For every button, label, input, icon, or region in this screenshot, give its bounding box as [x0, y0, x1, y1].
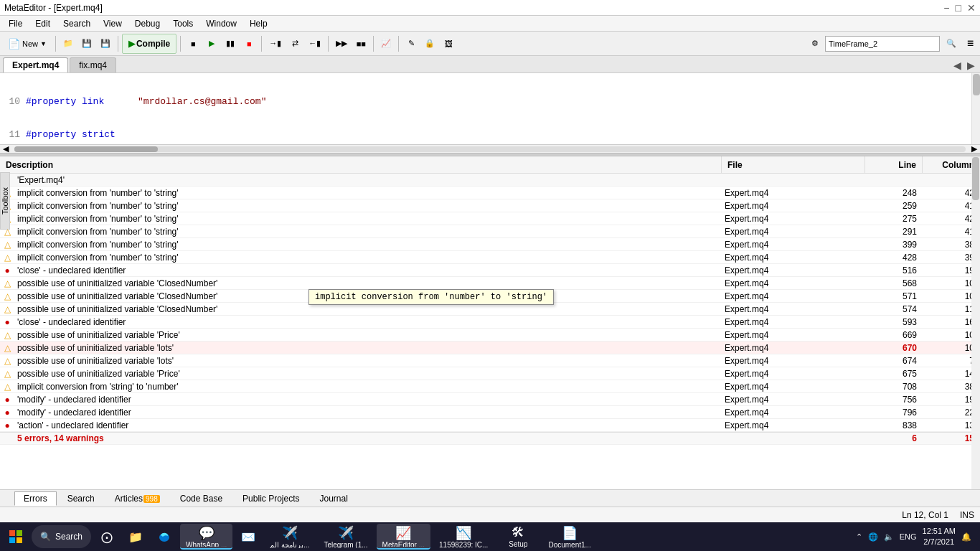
chart-button[interactable]: 📈: [377, 34, 395, 54]
clock[interactable]: 12:51 AM 2/7/2021: [923, 526, 956, 548]
tab-prev-icon[interactable]: ◀: [951, 60, 963, 71]
tab-errors[interactable]: Errors: [14, 491, 57, 506]
tab-code-base[interactable]: Code Base: [171, 491, 232, 505]
table-row[interactable]: △ implicit conversion from 'number' to '…: [0, 225, 980, 238]
pause-button[interactable]: ▮▮: [222, 34, 239, 54]
mail-button[interactable]: ✉️: [235, 524, 261, 550]
search-button[interactable]: 🔍: [943, 34, 960, 54]
summary-errors: 6: [865, 433, 923, 443]
close-btn[interactable]: ✕: [967, 2, 976, 14]
code-hscroll-track[interactable]: [14, 146, 966, 152]
error-icon: ●: [0, 395, 14, 405]
run-stop-button[interactable]: ■: [184, 34, 202, 54]
settings-icon[interactable]: ⚙: [808, 34, 822, 54]
tab-articles[interactable]: Articles 998: [105, 491, 169, 505]
table-row[interactable]: △ implicit conversion from 'string' to '…: [0, 380, 980, 393]
maximize-btn[interactable]: □: [956, 2, 961, 14]
shield-button[interactable]: 🔒: [421, 34, 438, 54]
taskbar-metatrader[interactable]: 📉 11598239: IC...: [433, 524, 494, 550]
minimize-btn[interactable]: −: [943, 2, 949, 14]
table-row[interactable]: ● 'modify' - undeclared identifier Exper…: [0, 406, 980, 419]
step-over-button[interactable]: ⇄: [286, 34, 303, 54]
tab-search[interactable]: Search: [58, 491, 104, 505]
taskbar-setup[interactable]: 🛠 Setup: [496, 524, 540, 550]
menu-tools[interactable]: Tools: [167, 17, 199, 30]
error-icon: ●: [0, 408, 14, 418]
menu-debug[interactable]: Debug: [129, 17, 166, 30]
table-row[interactable]: △ possible use of uninitialized variable…: [0, 354, 980, 367]
menu-view[interactable]: View: [98, 17, 128, 30]
edit-button[interactable]: ✎: [402, 34, 420, 54]
metatrader-icon: 📉: [456, 525, 471, 541]
step-in-button[interactable]: →▮: [265, 34, 285, 54]
save-button[interactable]: 💾: [78, 34, 95, 54]
edge-button[interactable]: [151, 524, 177, 550]
cover-button[interactable]: ■■: [352, 34, 369, 54]
compile-button[interactable]: ▶ Compile: [122, 34, 176, 54]
lang-label[interactable]: ENG: [900, 532, 917, 541]
task-view-button[interactable]: ⨀: [94, 524, 120, 550]
taskbar-telegram-1[interactable]: ✈️ برنامجة الم...: [264, 524, 315, 550]
chevron-up-icon[interactable]: ⌃: [856, 532, 862, 542]
table-row[interactable]: △ possible use of uninitialized variable…: [0, 329, 980, 342]
menu-bar: File Edit Search View Debug Tools Window…: [0, 16, 980, 32]
table-row[interactable]: ● 'close' - undeclared identifier Expert…: [0, 316, 980, 329]
filter-button[interactable]: ☰: [963, 34, 977, 54]
table-row[interactable]: △ implicit conversion from 'number' to '…: [0, 199, 980, 212]
start-button[interactable]: [3, 524, 29, 550]
image-button[interactable]: 🖼: [440, 34, 457, 54]
tab-public-projects[interactable]: Public Projects: [233, 491, 308, 505]
step-out-button[interactable]: ←▮: [305, 34, 324, 54]
table-row[interactable]: △ implicit conversion from 'number' to '…: [0, 212, 980, 225]
new-button[interactable]: 📄 New ▼: [3, 34, 52, 54]
tab-journal[interactable]: Journal: [310, 491, 357, 505]
code-hscroll[interactable]: ◀ ▶: [0, 145, 980, 154]
taskbar-telegram-2[interactable]: ✈️ Telegram (1...: [318, 524, 373, 550]
table-row[interactable]: △ possible use of uninitialized variable…: [0, 367, 980, 380]
warn-icon: △: [0, 369, 14, 379]
code-vscroll[interactable]: [971, 73, 980, 144]
new-icon: 📄: [8, 38, 20, 50]
taskbar-whatsapp[interactable]: 💬 WhatsApp ...: [180, 524, 232, 550]
table-row[interactable]: △ implicit conversion from 'number' to '…: [0, 251, 980, 264]
windows-icon: [9, 530, 22, 543]
table-row[interactable]: △ possible use of uninitialized variable…: [0, 342, 980, 354]
profile-button[interactable]: ▶▶: [332, 34, 351, 54]
error-group-header[interactable]: ● 'Expert.mq4': [0, 174, 980, 187]
search-input[interactable]: [825, 36, 940, 52]
table-row[interactable]: ● 'action' - undeclared identifier Exper…: [0, 419, 980, 432]
file-explorer-button[interactable]: 📁: [123, 524, 149, 550]
summary-text: 5 errors, 14 warnings: [14, 433, 722, 443]
open-button[interactable]: 📁: [60, 34, 77, 54]
table-row[interactable]: △ possible use of uninitialized variable…: [0, 277, 980, 290]
notification-icon[interactable]: 🔔: [961, 532, 971, 542]
warn-icon: △: [0, 330, 14, 340]
taskbar-metaeditor[interactable]: 📈 MetaEditor ...: [377, 524, 430, 550]
tab-next-icon[interactable]: ▶: [965, 60, 977, 71]
run-button[interactable]: ▶: [203, 34, 220, 54]
error-rows[interactable]: ● 'Expert.mq4' △ implicit conversion fro…: [0, 174, 980, 489]
time-display: 12:51 AM: [923, 526, 956, 537]
table-row[interactable]: ● 'modify' - undeclared identifier Exper…: [0, 393, 980, 406]
toolbox-label[interactable]: Toolbox: [0, 172, 10, 230]
menu-window[interactable]: Window: [200, 17, 242, 30]
menu-search[interactable]: Search: [57, 17, 96, 30]
stop-button[interactable]: ■: [240, 34, 258, 54]
save-all-button[interactable]: 💾: [97, 34, 114, 54]
tab-navigation: ◀ ▶: [951, 60, 977, 72]
tab-expert-mq4[interactable]: Expert.mq4: [3, 57, 68, 72]
table-row[interactable]: △ implicit conversion from 'number' to '…: [0, 238, 980, 251]
menu-help[interactable]: Help: [244, 17, 273, 30]
menu-edit[interactable]: Edit: [29, 17, 56, 30]
code-editor[interactable]: 10 #property link "mrdollar.cs@gmail.com…: [0, 73, 980, 145]
tab-fix-mq4[interactable]: fix.mq4: [70, 57, 116, 72]
menu-file[interactable]: File: [3, 17, 28, 30]
volume-icon[interactable]: 🔈: [884, 532, 894, 542]
taskbar-word[interactable]: 📄 Document1...: [542, 524, 596, 550]
network-icon[interactable]: 🌐: [868, 532, 878, 542]
table-row[interactable]: ● 'close' - undeclared identifier Expert…: [0, 264, 980, 277]
error-vscroll[interactable]: [971, 156, 980, 489]
table-row[interactable]: △ implicit conversion from 'number' to '…: [0, 187, 980, 199]
taskbar-search-button[interactable]: 🔍 Search: [32, 525, 91, 548]
title-bar: MetaEditor - [Expert.mq4] − □ ✕: [0, 0, 980, 16]
